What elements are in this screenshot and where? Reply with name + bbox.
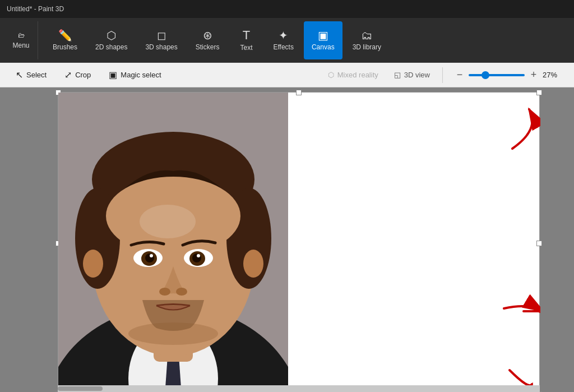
- window-title: Untitled* - Paint 3D: [7, 5, 64, 13]
- svg-point-12: [145, 253, 154, 262]
- 3dlibrary-label: 3D library: [353, 43, 381, 51]
- select-label: Select: [26, 71, 47, 79]
- svg-point-20: [83, 250, 103, 278]
- text-label: Text: [240, 44, 252, 52]
- scrollbar-thumb[interactable]: [58, 386, 103, 391]
- text-icon: T: [243, 29, 250, 41]
- toolbar-effects[interactable]: ✦ Effects: [265, 21, 301, 59]
- 3d-view-tool[interactable]: ◱ 3D view: [388, 68, 436, 81]
- horizontal-scrollbar[interactable]: [58, 385, 540, 392]
- paint-canvas[interactable]: [58, 92, 540, 392]
- 2dshapes-icon: ⬡: [107, 30, 116, 41]
- zoom-out-button[interactable]: −: [454, 69, 465, 81]
- 3d-view-label: 3D view: [404, 71, 430, 79]
- magic-select-icon: ▣: [109, 70, 117, 80]
- zoom-slider[interactable]: [469, 74, 525, 76]
- crop-tool[interactable]: ⤢ Crop: [55, 66, 100, 84]
- resize-handle-mr[interactable]: [536, 241, 542, 246]
- zoom-divider: [442, 67, 443, 83]
- stickers-icon: ⊛: [203, 30, 212, 41]
- stickers-label: Stickers: [196, 43, 220, 51]
- sub-toolbar: ↖ Select ⤢ Crop ▣ Magic select ⬡ Mixed r…: [0, 63, 574, 87]
- person-image: [58, 93, 288, 392]
- brushes-label: Brushes: [53, 43, 77, 51]
- menu-button[interactable]: 🗁 Menu: [4, 21, 38, 59]
- svg-point-16: [192, 253, 201, 262]
- 3dview-icon: ◱: [394, 71, 401, 79]
- toolbar-brushes[interactable]: ✏️ Brushes: [45, 21, 85, 59]
- effects-label: Effects: [273, 43, 293, 51]
- svg-point-17: [197, 254, 200, 257]
- main-toolbar: 🗁 Menu ✏️ Brushes ⬡ 2D shapes ◻ 3D shape…: [0, 18, 574, 63]
- effects-icon: ✦: [279, 30, 288, 41]
- canvas-icon: ▣: [318, 30, 328, 41]
- svg-point-19: [176, 288, 187, 296]
- resize-handle-tr[interactable]: [536, 90, 542, 95]
- toolbar-2dshapes[interactable]: ⬡ 2D shapes: [87, 21, 135, 59]
- magic-select-tool[interactable]: ▣ Magic select: [100, 66, 170, 84]
- subtoolbar-right: ⬡ Mixed reality ◱ 3D view − + 27%: [322, 67, 567, 83]
- magic-select-label: Magic select: [121, 71, 161, 79]
- menu-label: Menu: [12, 41, 29, 49]
- select-tool[interactable]: ↖ Select: [7, 66, 55, 84]
- 2dshapes-label: 2D shapes: [95, 43, 127, 51]
- 3dshapes-icon: ◻: [157, 30, 166, 41]
- toolbar-stickers[interactable]: ⊛ Stickers: [188, 21, 228, 59]
- 3dshapes-label: 3D shapes: [145, 43, 177, 51]
- svg-point-18: [159, 288, 170, 296]
- toolbar-text[interactable]: T Text: [229, 21, 263, 59]
- zoom-percentage: 27%: [543, 71, 563, 79]
- resize-handle-tc[interactable]: [296, 90, 302, 95]
- brushes-icon: ✏️: [58, 30, 72, 41]
- svg-point-23: [140, 205, 196, 238]
- mixed-reality-tool[interactable]: ⬡ Mixed reality: [322, 68, 384, 81]
- zoom-control: − + 27%: [450, 69, 567, 81]
- select-icon: ↖: [16, 70, 23, 80]
- toolbar-canvas[interactable]: ▣ Canvas: [304, 21, 342, 59]
- zoom-in-button[interactable]: +: [528, 69, 539, 81]
- svg-point-22: [128, 322, 218, 345]
- mixed-reality-icon: ⬡: [328, 71, 334, 79]
- mixed-reality-label: Mixed reality: [337, 71, 378, 79]
- title-bar: Untitled* - Paint 3D: [0, 0, 574, 18]
- crop-label: Crop: [75, 71, 91, 79]
- svg-point-21: [243, 250, 263, 278]
- svg-point-13: [150, 254, 153, 257]
- toolbar-3dshapes[interactable]: ◻ 3D shapes: [137, 21, 185, 59]
- 3dlibrary-icon: 🗂: [361, 30, 372, 41]
- crop-icon: ⤢: [64, 70, 72, 80]
- canvas-label: Canvas: [312, 43, 335, 51]
- menu-icon: 🗁: [18, 31, 25, 39]
- canvas-area: [0, 87, 574, 392]
- toolbar-3dlibrary[interactable]: 🗂 3D library: [345, 21, 389, 59]
